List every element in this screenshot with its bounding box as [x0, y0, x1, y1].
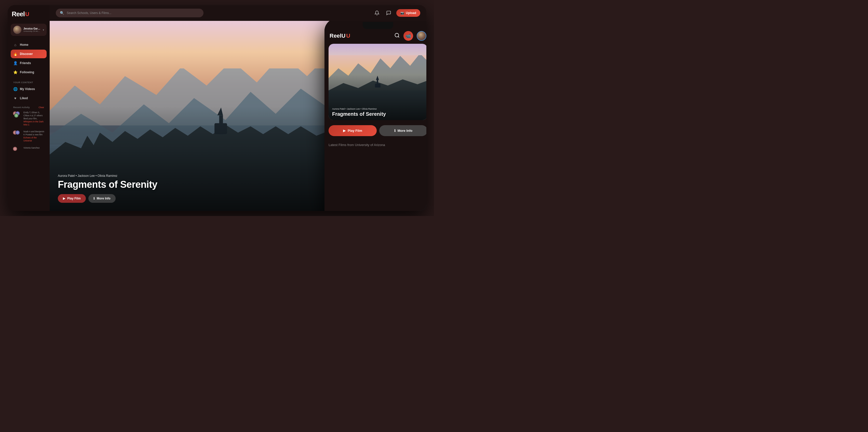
- phone-header-icons: 📹: [394, 31, 426, 41]
- header-icons: 📷 Upload: [373, 9, 420, 17]
- phone-upload-button[interactable]: 📹: [403, 31, 413, 41]
- list-item: Noah A and Benjamin K Posted a new film …: [11, 129, 46, 144]
- activity-text: Emily T, Ethan S, Chloe A & 27 others li…: [24, 111, 44, 126]
- phone-latest-title: Latest Films from University of Arizona: [329, 143, 426, 147]
- phone-hero-content: Aurora Patel • Jackson Lee • Olivia Rami…: [332, 108, 424, 117]
- messages-button[interactable]: [384, 9, 393, 17]
- sidebar-item-my-videos[interactable]: 🌐 My Videos: [11, 85, 46, 93]
- activity-avatars: [13, 130, 22, 137]
- sidebar-item-friends[interactable]: 👤 Friends: [11, 59, 46, 67]
- sidebar-item-home[interactable]: ⌂ Home: [11, 40, 46, 49]
- fire-icon: 🔥: [13, 52, 17, 56]
- star-icon: ⭐: [13, 70, 17, 74]
- sidebar-item-label: My Videos: [20, 87, 35, 91]
- hero-container: Aurora Patel • Jackson Lee • Olivia Rami…: [50, 21, 426, 211]
- your-content-title: Your Content: [11, 78, 46, 85]
- heart-icon: ♥: [13, 96, 17, 100]
- activity-text: Victoria Sanchez: [24, 146, 44, 149]
- activity-text: Noah A and Benjamin K Posted a new film …: [24, 130, 44, 142]
- main-content: 🔍 Search Schools, Users & Films...: [50, 5, 426, 211]
- phone-notch: [363, 22, 393, 29]
- user-info: Jessica Garcia University Of Arizona: [24, 27, 41, 32]
- sidebar-item-label: Discover: [20, 52, 33, 56]
- sidebar-item-label: Liked: [20, 96, 28, 100]
- phone-header: ReelU U: [324, 31, 426, 41]
- activity-avatars: [13, 146, 22, 153]
- more-info-button[interactable]: ℹ More Info: [88, 194, 116, 203]
- hero-content: Aurora Patel • Jackson Lee • Olivia Rami…: [58, 174, 157, 203]
- phone-logo: ReelU U: [330, 33, 350, 39]
- film-authors: Aurora Patel • Jackson Lee • Olivia Rami…: [58, 174, 157, 177]
- play-film-button[interactable]: ▶ Play Film: [58, 194, 86, 203]
- play-icon: ▶: [63, 197, 65, 200]
- phone-latest-section: Latest Films from University of Arizona: [329, 143, 426, 147]
- phone-play-label: Play Film: [348, 129, 362, 133]
- home-icon: ⌂: [13, 43, 17, 47]
- search-bar[interactable]: 🔍 Search Schools, Users & Films...: [56, 9, 204, 17]
- user-school: University Of Arizona: [24, 30, 41, 32]
- search-icon: 🔍: [60, 11, 64, 15]
- recent-activity-header: Recent Activity Clear: [11, 105, 46, 110]
- notifications-button[interactable]: [373, 9, 381, 17]
- sidebar-logo: Reel U: [11, 10, 46, 18]
- phone-avatar[interactable]: [417, 31, 426, 41]
- phone-hero-image: Aurora Patel • Jackson Lee • Olivia Rami…: [329, 44, 426, 120]
- phone-mockup: ReelU U: [324, 21, 426, 211]
- phone-info-label: More Info: [398, 129, 413, 133]
- list-item: Emily T, Ethan S, Chloe A & 27 others li…: [11, 110, 46, 128]
- phone-screen: ReelU U: [324, 21, 426, 211]
- avatar: [15, 130, 20, 135]
- user-profile[interactable]: Jessica Garcia University Of Arizona ▾: [11, 24, 46, 36]
- phone-info-icon: ℹ: [394, 129, 396, 133]
- sidebar-item-liked[interactable]: ♥ Liked: [11, 94, 46, 103]
- globe-icon: 🌐: [13, 87, 17, 91]
- app-header: 🔍 Search Schools, Users & Films...: [50, 5, 426, 21]
- svg-point-6: [395, 33, 399, 37]
- activity-link[interactable]: Whispers in the Dark Mist 2.: [24, 120, 43, 126]
- phone-logo-icon: U: [346, 33, 350, 39]
- recent-activity-title: Recent Activity: [13, 106, 30, 109]
- phone-camera-icon: 📹: [405, 33, 411, 39]
- hero-buttons: ▶ Play Film ℹ More Info: [58, 194, 157, 203]
- phone-search-button[interactable]: [394, 33, 400, 39]
- activity-avatars: [13, 111, 22, 118]
- sidebar-item-label: Friends: [20, 61, 31, 65]
- phone-logo-text: ReelU: [330, 33, 345, 39]
- friends-icon: 👤: [13, 61, 17, 65]
- sidebar-item-label: Home: [20, 43, 28, 46]
- activity-link[interactable]: Echoes of the Universe: [24, 136, 37, 142]
- more-info-label: More Info: [97, 197, 111, 200]
- svg-line-7: [398, 36, 399, 37]
- sidebar-item-discover[interactable]: 🔥 Discover: [11, 49, 46, 58]
- sidebar-item-label: Following: [20, 70, 34, 74]
- chevron-down-icon: ▾: [43, 29, 44, 31]
- search-input[interactable]: Search Schools, Users & Films...: [67, 11, 199, 15]
- app-logo: Reel U: [12, 10, 45, 18]
- phone-film-authors: Aurora Patel • Jackson Lee • Olivia Rami…: [332, 108, 424, 110]
- play-film-label: Play Film: [67, 197, 81, 200]
- phone-film-title: Fragments of Serenity: [332, 111, 424, 117]
- avatar: [13, 146, 17, 151]
- upload-label: Upload: [406, 11, 416, 15]
- upload-button[interactable]: 📷 Upload: [396, 9, 420, 17]
- avatar: [14, 113, 19, 118]
- phone-hero-buttons: ▶ Play Film ℹ More Info: [329, 125, 426, 136]
- avatar: [13, 26, 21, 34]
- list-item: Victoria Sanchez: [11, 145, 46, 155]
- sidebar: Reel U Jessica Garcia University Of Ariz…: [8, 5, 50, 211]
- film-title: Fragments of Serenity: [58, 179, 157, 190]
- recent-activity-section: Recent Activity Clear Emily T, Ethan S, …: [11, 105, 46, 206]
- info-icon: ℹ: [93, 197, 95, 200]
- logo-icon: U: [25, 11, 29, 18]
- sidebar-item-following[interactable]: ⭐ Following: [11, 68, 46, 76]
- user-name: Jessica Garcia: [24, 27, 41, 30]
- phone-play-button[interactable]: ▶ Play Film: [329, 125, 377, 136]
- phone-more-info-button[interactable]: ℹ More Info: [379, 125, 426, 136]
- camera-icon: 📷: [400, 11, 404, 15]
- clear-activity-button[interactable]: Clear: [38, 106, 44, 109]
- phone-play-icon: ▶: [343, 129, 346, 133]
